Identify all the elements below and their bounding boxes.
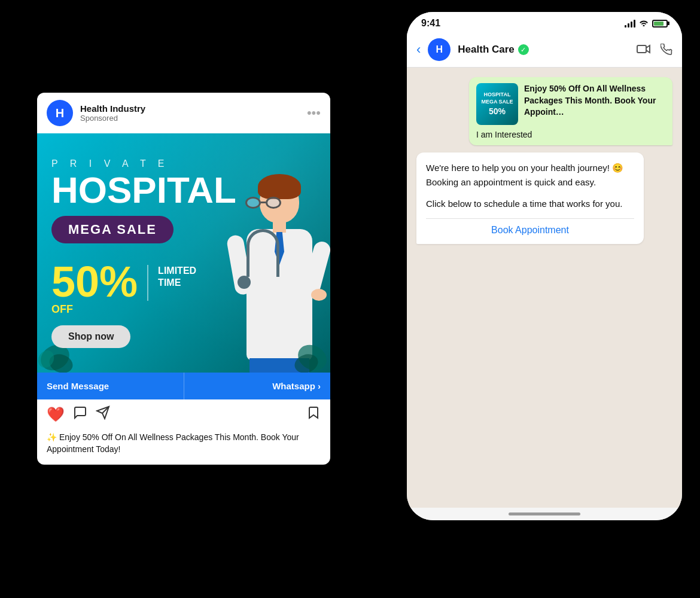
banner-private: P R I V A T E xyxy=(51,158,316,169)
bubble-in-text2: Click below to schedule a time that work… xyxy=(426,197,634,211)
battery-icon xyxy=(652,20,668,28)
heart-icon[interactable]: ❤️ xyxy=(47,406,65,423)
share-icon[interactable] xyxy=(96,405,110,423)
banner-percent: 50% xyxy=(51,258,138,306)
wa-contact-name: Health Care xyxy=(458,44,514,56)
wa-header-icons xyxy=(637,44,672,56)
ig-caption: ✨ Enjoy 50% Off On All Wellness Packages… xyxy=(37,429,330,465)
ig-sponsored-label: Sponsored xyxy=(80,114,145,123)
verified-badge: ✓ xyxy=(518,44,529,55)
ig-actions-bar: ❤️ xyxy=(37,399,330,429)
bubble-message-text: Enjoy 50% Off On All Wellness Packages T… xyxy=(524,83,665,118)
book-appointment-button[interactable]: Book Appointment xyxy=(426,225,634,236)
bookmark-icon[interactable] xyxy=(306,405,321,423)
status-time: 9:41 xyxy=(421,18,440,29)
incoming-message-bubble: We're here to help you on your health jo… xyxy=(416,152,644,244)
video-call-icon[interactable] xyxy=(637,44,651,54)
back-button[interactable]: ‹ xyxy=(416,42,421,57)
home-indicator[interactable] xyxy=(509,512,580,515)
comment-icon[interactable] xyxy=(73,405,87,423)
phone-status-bar: 9:41 xyxy=(407,12,682,32)
phone-home-bar xyxy=(407,508,682,520)
bubble-content: HOSPITAL MEGA SALE 50% Enjoy 50% Off On … xyxy=(476,83,665,125)
status-icons xyxy=(625,19,668,28)
wa-chat-area: HOSPITAL MEGA SALE 50% Enjoy 50% Off On … xyxy=(407,68,682,508)
ig-account-name: Health Industry xyxy=(80,103,145,114)
wa-chat-header: ‹ H Health Care ✓ xyxy=(407,32,682,68)
ig-avatar: H xyxy=(47,100,73,126)
message-thumbnail: HOSPITAL MEGA SALE 50% xyxy=(476,83,518,125)
ig-header: H Health Industry Sponsored ••• xyxy=(37,93,330,133)
wa-contact-name-row: Health Care ✓ xyxy=(458,44,629,56)
banner-mega-sale: MEGA SALE xyxy=(51,216,174,243)
interested-text: I am Interested xyxy=(476,130,665,139)
voice-call-icon[interactable] xyxy=(661,44,672,56)
ig-cta-bar[interactable]: Send Message Whatsapp › xyxy=(37,373,330,399)
instagram-card: H Health Industry Sponsored ••• P R I V … xyxy=(37,93,330,465)
outgoing-message-bubble: HOSPITAL MEGA SALE 50% Enjoy 50% Off On … xyxy=(469,77,672,145)
signal-icon xyxy=(625,19,635,28)
phone-mockup: 9:41 ‹ H Health xyxy=(407,12,682,520)
ig-whatsapp-button[interactable]: Whatsapp › xyxy=(184,373,331,399)
ig-account-info: Health Industry Sponsored xyxy=(80,103,145,123)
wifi-icon xyxy=(639,19,649,28)
ig-more-icon[interactable]: ••• xyxy=(307,105,321,121)
hospital-banner: P R I V A T E HOSPITAL MEGA SALE 50% OFF… xyxy=(37,133,330,373)
wa-contact-avatar: H xyxy=(428,38,451,61)
ig-send-message-button[interactable]: Send Message xyxy=(37,373,184,399)
banner-limited: LIMITED TIME xyxy=(158,260,196,290)
svg-rect-2 xyxy=(637,45,646,53)
bubble-in-text1: We're here to help you on your health jo… xyxy=(426,161,634,190)
shop-now-button[interactable]: Shop now xyxy=(51,325,130,348)
